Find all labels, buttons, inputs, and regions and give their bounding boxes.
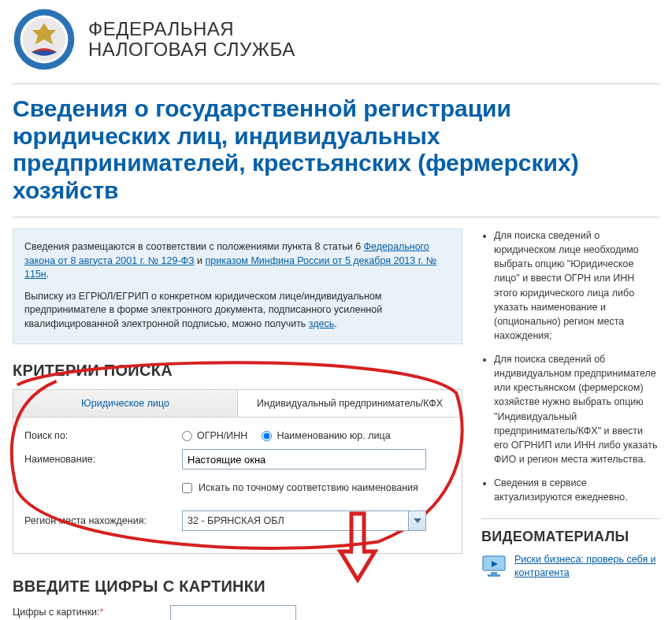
tab-individual[interactable]: Индивидуальный предприниматель/КФХ bbox=[237, 390, 462, 417]
sidebar-bullet: Для поиска сведений о юридическом лице н… bbox=[494, 228, 659, 343]
video-heading: ВИДЕОМАТЕРИАЛЫ bbox=[481, 529, 659, 545]
page-title: Сведения о государственной регистрации ю… bbox=[13, 95, 659, 204]
site-header: ФЕДЕРАЛЬНАЯ НАЛОГОВАЯ СЛУЖБА bbox=[13, 0, 659, 84]
sidebar-help: Для поиска сведений о юридическом лице н… bbox=[481, 228, 659, 504]
video-link[interactable]: Риски бизнеса: проверь себя и контрагент… bbox=[514, 553, 659, 580]
radio-name[interactable] bbox=[262, 431, 272, 441]
info-p2: Выписку из ЕГРЮЛ/ЕГРИП о конкретном юрид… bbox=[24, 290, 451, 332]
brand-title: ФЕДЕРАЛЬНАЯ НАЛОГОВАЯ СЛУЖБА bbox=[88, 19, 295, 61]
exact-match-label: Искать по точному соответствию наименова… bbox=[199, 482, 418, 493]
svg-rect-14 bbox=[488, 574, 500, 577]
radio-name-label[interactable]: Наименованию юр. лица bbox=[262, 430, 390, 441]
region-label: Регион места нахождения: bbox=[24, 515, 182, 526]
tab-legal-entity[interactable]: Юридическое лицо bbox=[13, 390, 237, 417]
radio-ogrninn[interactable] bbox=[182, 431, 192, 441]
captcha-input[interactable] bbox=[170, 605, 296, 620]
chevron-down-icon bbox=[414, 518, 421, 523]
exact-match-checkbox[interactable] bbox=[182, 483, 192, 493]
region-select[interactable]: 32 - БРЯНСКАЯ ОБЛ bbox=[182, 510, 426, 531]
extract-here-link[interactable]: здесь bbox=[309, 318, 334, 329]
region-select-toggle[interactable] bbox=[408, 511, 425, 530]
name-input[interactable] bbox=[182, 449, 426, 470]
divider bbox=[481, 518, 659, 519]
search-by-label: Поиск по: bbox=[24, 430, 182, 441]
fns-emblem bbox=[13, 8, 76, 71]
radio-ogrninn-label[interactable]: ОГРН/ИНН bbox=[182, 430, 247, 441]
name-label: Наименование: bbox=[24, 454, 182, 465]
captcha-heading: ВВЕДИТЕ ЦИФРЫ С КАРТИНКИ bbox=[13, 577, 462, 596]
video-item: Риски бизнеса: проверь себя и контрагент… bbox=[481, 553, 659, 580]
info-panel: Сведения размещаются в соответствии с по… bbox=[13, 228, 462, 344]
divider bbox=[13, 217, 659, 217]
info-p1: Сведения размещаются в соответствии с по… bbox=[24, 240, 451, 282]
criteria-heading: КРИТЕРИИ ПОИСКА bbox=[13, 362, 462, 380]
captcha-label: Цифры с картинки:* bbox=[13, 605, 170, 618]
svg-rect-13 bbox=[491, 572, 497, 574]
sidebar-bullet: Для поиска сведений об индивидуальном пр… bbox=[494, 352, 659, 466]
monitor-icon bbox=[481, 553, 507, 578]
entity-type-tabs: Юридическое лицо Индивидуальный предприн… bbox=[13, 389, 462, 418]
search-form: Поиск по: ОГРН/ИНН Наименованию юр. лица bbox=[13, 418, 462, 554]
required-asterisk: * bbox=[100, 607, 104, 618]
sidebar-bullet: Сведения в сервисе актуализируются ежедн… bbox=[494, 476, 659, 504]
